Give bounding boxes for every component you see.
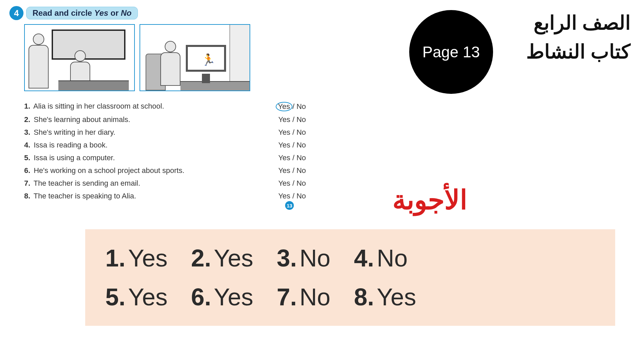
yes-no-options: Yes / No [278,166,306,175]
teacher-figure [27,34,50,90]
illustration-computer: 🏃 [140,24,250,91]
question-row: 5. Issa is using a computer. Yes / No [24,152,306,164]
yes-no-options: Yes / No [278,141,306,149]
arabic-book-heading: كتاب النشاط [526,40,631,63]
question-text: 6. He's working on a school project abou… [24,166,184,175]
question-text: 1. Alia is sitting in her classroom at s… [24,102,164,111]
yes-no-options: Yes / No [278,192,306,200]
yes-no-options: Yes / No [278,128,306,137]
exercise-title: Read and circle Yes or No [26,7,138,19]
question-row: 8. The teacher is speaking to Alia. Yes … [24,190,306,202]
question-row: 4. Issa is reading a book. Yes / No [24,139,306,152]
illustration-classroom [24,24,135,91]
question-text: 8. The teacher is speaking to Alia. [24,192,136,200]
questions-list: 1. Alia is sitting in her classroom at s… [24,100,306,202]
arabic-grade-heading: الصف الرابع [534,11,631,34]
classroom-desk [58,80,129,90]
answer-item: 5.Yes [105,283,168,311]
question-text: 3. She's writing in her diary. [24,128,115,137]
question-text: 4. Issa is reading a book. [24,141,108,149]
page-badge: Page 13 [409,10,493,94]
answer-item: 1.Yes [105,244,168,272]
yes-no-options: Yes / No [278,154,306,162]
computer-monitor: 🏃 [186,45,226,72]
answer-item: 8.Yes [354,283,416,311]
answer-item: 6.Yes [191,283,254,311]
answers-row: 1.Yes 2.Yes 3.No 4.No [105,244,615,272]
boy-figure [154,41,187,88]
answers-heading: الأجوبة [392,184,467,216]
computer-desk [180,81,250,90]
circled-yes: Yes [276,102,292,111]
exercise-title-or: or [108,8,121,17]
question-row: 7. The teacher is sending an email. Yes … [24,177,306,190]
yes-no-options: Yes / No [278,179,306,188]
answer-item: 3.No [277,244,330,272]
question-text: 5. Issa is using a computer. [24,154,115,162]
runner-icon: 🏃 [201,53,215,66]
answer-item: 2.Yes [191,244,254,272]
question-row: 6. He's working on a school project abou… [24,164,306,177]
page-number-badge: 13 [285,201,294,210]
exercise-number-badge: 4 [9,6,23,20]
question-row: 3. She's writing in her diary. Yes / No [24,126,306,139]
question-text: 7. The teacher is sending an email. [24,179,140,188]
exercise-header: 4 Read and circle Yes or No [9,6,138,20]
exercise-title-prefix: Read and circle [33,8,94,17]
yes-no-options: Yes/ No [276,102,306,111]
exercise-title-no: No [121,8,131,17]
exercise-title-yes: Yes [94,8,108,17]
question-row: 2. She's learning about animals. Yes / N… [24,113,306,126]
answer-item: 4.No [354,244,408,272]
yes-no-options: Yes / No [278,115,306,124]
question-text: 2. She's learning about animals. [24,115,130,124]
illustration-row: 🏃 [24,24,250,91]
answer-item: 7.No [277,283,330,311]
question-row: 1. Alia is sitting in her classroom at s… [24,100,306,113]
monitor-stand [202,74,210,83]
answers-panel: 1.Yes 2.Yes 3.No 4.No 5.Yes 6.Yes 7.No 8… [85,229,615,326]
answers-row: 5.Yes 6.Yes 7.No 8.Yes [105,283,615,311]
